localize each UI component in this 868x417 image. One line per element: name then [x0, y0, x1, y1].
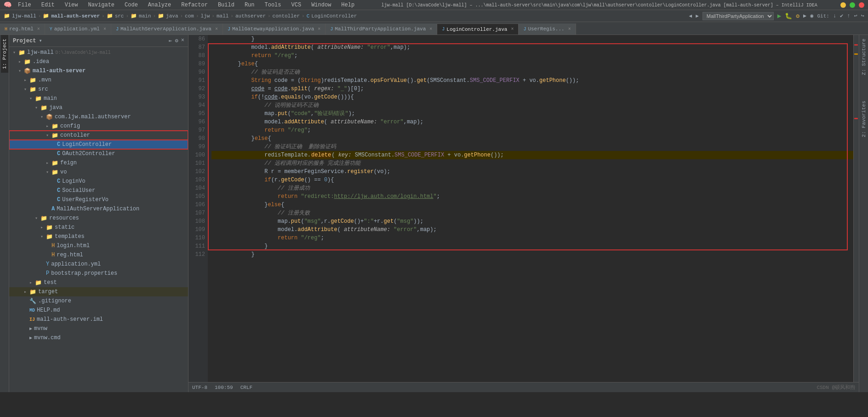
tree-item-mvnw[interactable]: ▶ mvnw [9, 324, 188, 333]
tab-close-login-ctrl[interactable]: × [511, 27, 514, 32]
tab-close-mall-auth[interactable]: × [215, 27, 218, 32]
project-collapse-icon[interactable]: ⇤ [169, 37, 172, 44]
tab-close-reg-html[interactable]: × [37, 27, 40, 32]
breadcrumb-ljw-mall[interactable]: ljw-mall [12, 13, 36, 19]
tab-login-controller[interactable]: J LoginController.java × [437, 23, 519, 35]
win-minimize[interactable] [840, 2, 846, 8]
tree-item-mall-auth-app[interactable]: A MallAuthServerApplication [9, 204, 188, 214]
breadcrumb-com[interactable]: com [185, 13, 194, 19]
tab-mall-third-party[interactable]: J MallThirdPartyApplication.java × [326, 23, 437, 35]
tree-item-login-html[interactable]: H login.html [9, 241, 188, 250]
app-menu-file[interactable]: File [14, 1, 35, 9]
editor-area[interactable]: 86 87 88 89 90 91 92 93 94 95 96 97 98 9… [188, 35, 859, 392]
tree-item-bootstrap-props[interactable]: P bootstrap.properties [9, 269, 188, 278]
code-scroll[interactable]: 86 87 88 89 90 91 92 93 94 95 96 97 98 9… [188, 35, 859, 392]
tree-item-mall-auth-server[interactable]: ▾ 📦 mall-auth-server [9, 66, 188, 75]
project-settings-icon[interactable]: ⚙ [175, 37, 178, 44]
app-menu-vcs[interactable]: VCS [288, 1, 305, 9]
tab-close-yml[interactable]: × [103, 27, 106, 32]
tree-item-vo[interactable]: ▾ 📁 vo [9, 168, 188, 177]
tree-item-help-md[interactable]: MD HELP.md [9, 306, 188, 315]
breadcrumb-authserver[interactable]: authserver [235, 13, 266, 19]
tree-item-resources[interactable]: ▾ 📁 resources [9, 214, 188, 223]
git-update-btn[interactable]: ↓ [833, 13, 836, 19]
breadcrumb-module[interactable]: 📁 [43, 13, 49, 19]
win-close[interactable] [859, 2, 864, 8]
app-menu-help[interactable]: Help [337, 1, 358, 9]
tab-application-yml[interactable]: Y application.yml × [45, 23, 111, 35]
breadcrumb-src[interactable]: 📁 [107, 13, 113, 19]
tree-item-oauth2[interactable]: C OAuth2Controller [9, 149, 188, 158]
tab-user-regis[interactable]: J UserRegis... × [519, 23, 576, 35]
tree-item-app-yml[interactable]: Y application.yml [9, 260, 188, 269]
nav-forward-icon[interactable]: ▶ [696, 13, 699, 19]
tab-close-gateway[interactable]: × [318, 27, 320, 32]
tree-item-feign[interactable]: ▸ 📁 feign [9, 158, 188, 168]
breadcrumb-contoller[interactable]: contoller [273, 13, 300, 19]
project-panel-tab[interactable]: 1: Project [1, 35, 8, 73]
tree-item-package[interactable]: ▾ 📦 com.ljw.mall.authserver [9, 112, 188, 122]
undo-btn[interactable]: ↩ [854, 12, 857, 19]
tab-reg-html[interactable]: H reg.html × [0, 23, 45, 35]
app-menu-refactor[interactable]: Refactor [177, 1, 211, 9]
tree-item-idea[interactable]: ▸ 📁 .idea [9, 57, 188, 66]
project-header-dropdown[interactable]: ▾ [39, 37, 42, 44]
run-config-select[interactable]: MallThirdPartyApplication [702, 12, 774, 20]
breadcrumb-project[interactable]: 📁 [4, 13, 10, 19]
tree-item-main[interactable]: ▾ 📁 main [9, 94, 188, 103]
profile-btn[interactable]: ◉ [810, 12, 813, 19]
tree-item-login-vo[interactable]: C LoginVo [9, 177, 188, 186]
app-menu-edit[interactable]: Edit [38, 1, 58, 9]
tree-item-login-controller[interactable]: C LoginController [9, 140, 188, 149]
tree-item-target[interactable]: ▸ 📁 target [9, 287, 188, 296]
structure-tab-item[interactable]: Z: Structure [860, 35, 868, 79]
app-menu-analyze[interactable]: Analyze [144, 1, 175, 9]
tree-item-mvnw-cmd[interactable]: ▶ mvnw.cmd [9, 333, 188, 342]
breadcrumb-ljw[interactable]: ljw [201, 13, 210, 19]
tree-item-test[interactable]: ▸ 📁 test [9, 278, 188, 287]
breadcrumb-src-label[interactable]: src [115, 13, 124, 19]
tab-mall-gateway[interactable]: J MallGatewayApplication.java × [223, 23, 326, 35]
tree-item-src[interactable]: ▾ 📁 src [9, 85, 188, 94]
breadcrumb-mall-auth-server[interactable]: mall-auth-server [51, 13, 100, 19]
redo-btn[interactable]: ↪ [861, 12, 864, 19]
tree-item-contoller[interactable]: ▾ 📁 contoller [9, 131, 188, 140]
git-commit-btn[interactable]: ✔ [840, 12, 843, 19]
win-maximize[interactable] [850, 2, 855, 8]
breadcrumb-mall[interactable]: mall [217, 13, 228, 19]
tree-item-mvn[interactable]: ▸ 📁 .mvn [9, 75, 188, 85]
tree-item-static[interactable]: ▸ 📁 static [9, 223, 188, 232]
breadcrumb-logincontroller[interactable]: LoginController [311, 13, 357, 19]
code-region[interactable]: } model.addAttribute( attributeName: "er… [208, 35, 853, 392]
app-menu-code[interactable]: Code [121, 1, 142, 9]
app-menu-view[interactable]: View [61, 1, 82, 9]
tree-item-java[interactable]: ▾ 📁 java [9, 103, 188, 112]
build-btn[interactable]: ⚙ [796, 12, 799, 20]
app-menu-run[interactable]: Run [241, 1, 258, 9]
tree-item-social-user[interactable]: C SocialUser [9, 186, 188, 195]
tree-item-user-register-vo[interactable]: C UserRegisterVo [9, 195, 188, 204]
tree-item-gitignore[interactable]: 🔧 .gitignore [9, 296, 188, 306]
nav-back-icon[interactable]: ◀ [689, 13, 692, 19]
debug-btn[interactable]: 🐛 [785, 12, 792, 20]
app-menu-window[interactable]: Window [308, 1, 335, 9]
tree-item-iml[interactable]: IJ mall-auth-server.iml [9, 315, 188, 324]
tree-item-ljw-mall[interactable]: ▾ 📁 ljw-mall D:\JavaCode\ljw-mall [9, 48, 188, 57]
favorites-tab-item[interactable]: 2: Favorites [860, 97, 868, 141]
breadcrumb-java[interactable]: 📁 [158, 13, 164, 19]
git-push-btn[interactable]: ↑ [847, 13, 850, 19]
tab-close-user-regis[interactable]: × [568, 27, 571, 32]
run-btn[interactable]: ▶ [777, 12, 781, 20]
coverage-btn[interactable]: ▶ [803, 12, 806, 19]
tree-item-config[interactable]: ▸ 📁 config [9, 122, 188, 131]
app-menu-tools[interactable]: Tools [261, 1, 285, 9]
app-menu-navigate[interactable]: Navigate [84, 1, 118, 9]
breadcrumb-main[interactable]: 📁 [131, 13, 137, 19]
tree-item-templates[interactable]: ▾ 📁 templates [9, 232, 188, 241]
tab-mall-auth-server-app[interactable]: J MallAuthServerApplication.java × [111, 23, 223, 35]
tree-item-reg-html[interactable]: H reg.html [9, 250, 188, 260]
project-close-icon[interactable]: × [181, 37, 184, 44]
tab-close-third-party[interactable]: × [429, 27, 432, 32]
app-menu-build[interactable]: Build [214, 1, 238, 9]
breadcrumb-java-label[interactable]: java [166, 13, 178, 19]
